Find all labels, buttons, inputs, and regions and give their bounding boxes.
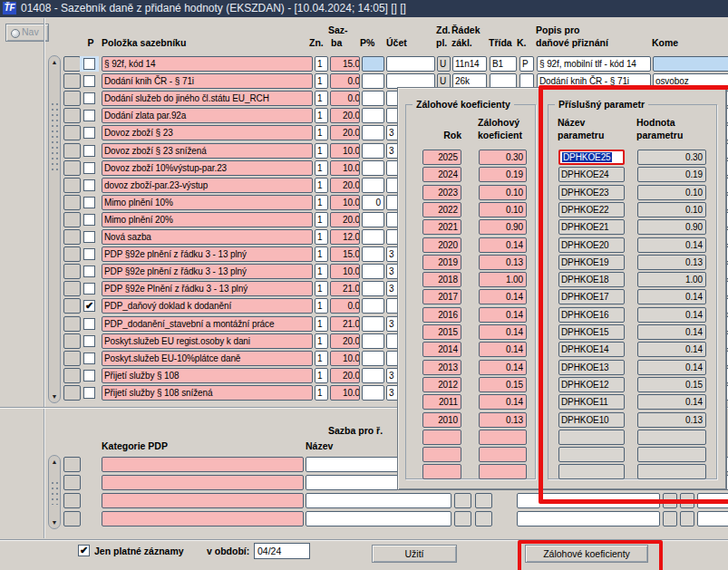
cell-zn[interactable]: 1 bbox=[315, 91, 328, 106]
cell-rok[interactable]: 2014 bbox=[422, 342, 461, 357]
cell-rok[interactable]: 2011 bbox=[422, 394, 461, 410]
cell-sazba[interactable]: 0.0 bbox=[330, 298, 360, 314]
scrollbar-thumb[interactable] bbox=[51, 481, 59, 505]
cell-kategorie-pdp[interactable] bbox=[102, 493, 304, 508]
record-selector[interactable] bbox=[63, 475, 81, 490]
cell-ppct[interactable] bbox=[362, 333, 384, 349]
row-checkbox[interactable] bbox=[83, 145, 95, 157]
record-selector[interactable] bbox=[63, 212, 81, 227]
cell-rok[interactable]: 2016 bbox=[422, 307, 461, 323]
cell-sazba[interactable]: 15.0 bbox=[330, 246, 360, 262]
cell-ppct[interactable] bbox=[362, 212, 384, 227]
record-selector[interactable] bbox=[63, 229, 81, 245]
cell-zalohovy-koeficient[interactable]: 0.14 bbox=[479, 360, 527, 375]
record-selector[interactable] bbox=[63, 368, 81, 383]
record-selector[interactable] bbox=[63, 333, 81, 349]
table-scrollbar[interactable]: ▲ ▼ bbox=[48, 55, 61, 403]
row-checkbox[interactable] bbox=[83, 370, 95, 382]
cell-item[interactable]: Dovoz zboží 10%výstup-par.23 bbox=[102, 160, 313, 176]
cell-ppct[interactable] bbox=[362, 160, 384, 176]
cell-item[interactable]: Přijetí služby § 108 snížená bbox=[102, 385, 313, 401]
scroll-up-icon[interactable]: ▲ bbox=[49, 459, 60, 465]
cell-zalohovy-koeficient[interactable]: 1.00 bbox=[479, 272, 527, 287]
cell-k[interactable]: P bbox=[519, 56, 534, 72]
pdp-scrollbar[interactable]: ▲ ▼ bbox=[48, 455, 61, 529]
row-checkbox[interactable] bbox=[83, 387, 95, 399]
cell-item[interactable]: PDP_daňový doklad k dodanění bbox=[102, 298, 313, 314]
cell-koment[interactable] bbox=[653, 56, 728, 72]
scroll-down-icon[interactable]: ▼ bbox=[49, 519, 60, 526]
record-selector[interactable] bbox=[63, 178, 81, 193]
cell-sazba[interactable]: 20.0 bbox=[330, 108, 360, 123]
cell-item[interactable]: Dodání zlata par.92a bbox=[102, 108, 313, 123]
cell-zn[interactable]: 1 bbox=[315, 385, 328, 401]
record-selector[interactable] bbox=[63, 56, 81, 72]
cell-rok[interactable] bbox=[422, 464, 461, 479]
nav-button[interactable]: Nav bbox=[5, 24, 49, 42]
cell-zalohovy-koeficient[interactable]: 0.14 bbox=[479, 394, 527, 410]
cell-zn[interactable]: 1 bbox=[315, 212, 328, 227]
cell-item[interactable]: PDP §92e Plnění z řádku 3 - 13 plný bbox=[102, 281, 313, 296]
cell-zn[interactable]: 1 bbox=[315, 143, 328, 159]
cell-item[interactable]: Poskyt.služeb EU-10%plátce daně bbox=[102, 351, 313, 366]
cell-sazba[interactable]: 10.0 bbox=[330, 143, 360, 159]
record-selector[interactable] bbox=[63, 281, 81, 296]
cell-zalohovy-koeficient[interactable]: 0.15 bbox=[479, 377, 527, 392]
cell-ppct[interactable] bbox=[362, 316, 384, 332]
cell-item[interactable]: Dodání knih ČR - § 71i bbox=[102, 73, 313, 89]
row-checkbox[interactable] bbox=[83, 318, 95, 330]
cell-zalohovy-koeficient[interactable]: 0.90 bbox=[479, 219, 527, 235]
cell-zn[interactable]: 1 bbox=[315, 56, 328, 72]
cell-ppct[interactable] bbox=[362, 125, 384, 140]
record-selector[interactable] bbox=[63, 108, 81, 123]
cell-rok[interactable]: 2024 bbox=[422, 167, 461, 182]
row-checkbox[interactable] bbox=[83, 92, 95, 104]
record-selector[interactable] bbox=[63, 246, 81, 262]
cell-item[interactable]: Nová sazba bbox=[102, 229, 313, 245]
cell-item[interactable]: PDP §92e plnění z řádku 3 - 13 plný bbox=[102, 264, 313, 279]
cell-ppct[interactable] bbox=[362, 281, 384, 296]
cell-rok[interactable] bbox=[422, 447, 461, 462]
cell-ppct[interactable] bbox=[362, 351, 384, 366]
row-checkbox[interactable] bbox=[83, 214, 95, 226]
cell-ppct[interactable] bbox=[362, 108, 384, 123]
cell-zn[interactable]: 1 bbox=[315, 281, 328, 296]
cell-item[interactable]: Přijetí služby § 108 bbox=[102, 368, 313, 383]
cell-item[interactable]: Dovoz zboží § 23 snížená bbox=[102, 143, 313, 159]
scroll-down-icon[interactable]: ▼ bbox=[49, 393, 60, 400]
cell-sazba[interactable]: 21.0 bbox=[330, 281, 360, 296]
record-selector[interactable] bbox=[63, 264, 81, 279]
record-selector[interactable] bbox=[63, 160, 81, 176]
cell-item[interactable]: Dovoz zboží § 23 bbox=[102, 125, 313, 140]
cell-item[interactable]: § 92f, kód 14 bbox=[102, 56, 313, 72]
cell-item[interactable]: Mimo plnění 20% bbox=[102, 212, 313, 227]
cell-rok[interactable]: 2021 bbox=[422, 219, 461, 235]
row-checkbox[interactable] bbox=[83, 197, 95, 208]
cell-rok[interactable]: 2025 bbox=[422, 150, 461, 165]
cell-ppct[interactable] bbox=[362, 368, 384, 383]
cell-ppct[interactable] bbox=[362, 246, 384, 262]
cell-ppct[interactable] bbox=[362, 385, 384, 401]
cell-kategorie-pdp[interactable] bbox=[102, 457, 304, 472]
cell-zalohovy-koeficient[interactable] bbox=[479, 430, 527, 445]
cell-zalohovy-koeficient[interactable]: 0.13 bbox=[479, 255, 527, 270]
record-selector[interactable] bbox=[63, 316, 81, 332]
record-selector[interactable] bbox=[63, 457, 81, 472]
row-checkbox[interactable]: ✔ bbox=[83, 300, 95, 312]
record-selector[interactable] bbox=[63, 73, 81, 89]
cell-sazba[interactable]: 10.0 bbox=[330, 351, 360, 366]
cell-small-2[interactable] bbox=[475, 511, 492, 527]
cell-rok[interactable]: 2013 bbox=[422, 360, 461, 375]
cell-ppct[interactable] bbox=[362, 91, 384, 106]
cell-zalohovy-koeficient[interactable]: 0.14 bbox=[479, 237, 527, 253]
cell-zn[interactable]: 1 bbox=[315, 246, 328, 262]
cell-zd[interactable]: U bbox=[437, 56, 451, 72]
cell-item[interactable]: Mimo plnění 10% bbox=[102, 195, 313, 210]
cell-rok[interactable]: 2010 bbox=[422, 412, 461, 428]
cell-ppct[interactable] bbox=[362, 298, 384, 314]
row-checkbox[interactable] bbox=[83, 335, 95, 347]
cell-sazba[interactable]: 12.0 bbox=[330, 229, 360, 245]
cell-ppct[interactable] bbox=[362, 178, 384, 193]
cell-ppct[interactable]: 0 bbox=[362, 195, 384, 210]
cell-right-edge[interactable] bbox=[697, 511, 728, 527]
